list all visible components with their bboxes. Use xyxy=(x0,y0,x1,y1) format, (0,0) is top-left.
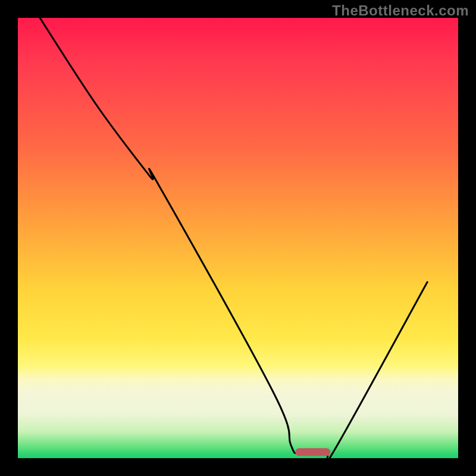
curve-svg xyxy=(18,18,458,458)
bottleneck-curve-path xyxy=(40,18,427,458)
chart-container: TheBottleneck.com xyxy=(0,0,476,476)
watermark-text: TheBottleneck.com xyxy=(332,2,469,19)
plot-area xyxy=(18,18,458,458)
optimum-marker xyxy=(295,448,330,456)
